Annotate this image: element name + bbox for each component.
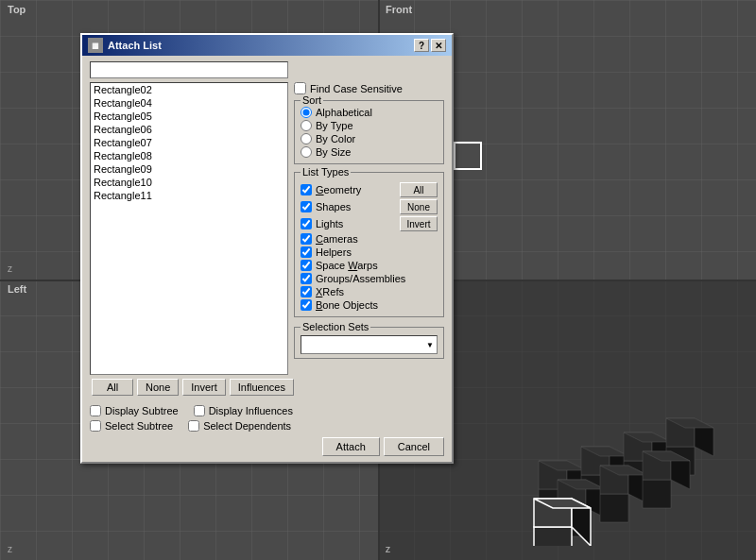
search-input[interactable] bbox=[90, 61, 288, 78]
type-xrefs-check[interactable] bbox=[301, 286, 312, 297]
list-item[interactable]: Rectangle05 bbox=[91, 110, 287, 123]
list-types-content: Geometry All Shapes None Lights Invert bbox=[301, 182, 438, 311]
type-spacewarps-check[interactable] bbox=[301, 260, 312, 271]
type-cameras-check[interactable] bbox=[301, 233, 312, 245]
display-influences-row: Display Influences bbox=[194, 405, 293, 416]
all-button[interactable]: All bbox=[92, 379, 133, 396]
sort-alpha-label: Alphabetical bbox=[316, 107, 372, 118]
footer-buttons: Attach Cancel bbox=[90, 435, 444, 458]
sort-by-size: By Size bbox=[301, 146, 438, 158]
select-dependents-row: Select Dependents bbox=[188, 420, 291, 432]
footer-checkboxes: Display Subtree Display Influences bbox=[90, 405, 444, 416]
type-shapes: Shapes None bbox=[301, 199, 438, 214]
display-subtree-label: Display Subtree bbox=[105, 405, 179, 416]
none-button[interactable]: None bbox=[137, 379, 179, 396]
invert-button[interactable]: Invert bbox=[182, 379, 226, 396]
viewport-bottom-left-label: Left bbox=[8, 283, 26, 295]
close-button[interactable]: ✕ bbox=[431, 39, 446, 52]
list-item[interactable]: Rectangle02 bbox=[91, 83, 287, 96]
list-item[interactable]: Rectangle04 bbox=[91, 96, 287, 110]
type-bone-check[interactable] bbox=[301, 299, 312, 311]
attach-button[interactable]: Attach bbox=[322, 437, 380, 456]
select-dependents-label: Select Dependents bbox=[203, 420, 291, 432]
type-cameras: Cameras bbox=[301, 233, 438, 245]
list-item[interactable]: Rectangle08 bbox=[91, 149, 287, 162]
type-lights-label: Lights bbox=[316, 218, 396, 229]
sort-by-type: By Type bbox=[301, 120, 438, 131]
sort-radio-alpha[interactable] bbox=[301, 107, 312, 118]
bottom-buttons: All None Invert Influences bbox=[90, 379, 444, 396]
list-item[interactable]: Rectangle07 bbox=[91, 136, 287, 149]
select-subtree-check[interactable] bbox=[90, 420, 101, 432]
type-xrefs-label: XRefs bbox=[316, 286, 438, 297]
list-types-label: List Types bbox=[301, 166, 351, 178]
selection-sets-group: Selection Sets ▼ bbox=[294, 327, 444, 359]
select-dependents-check[interactable] bbox=[188, 420, 199, 432]
sort-size-label: By Size bbox=[316, 146, 351, 158]
type-xrefs: XRefs bbox=[301, 286, 438, 297]
find-case-label: Find Case Sensitive bbox=[310, 83, 403, 94]
sort-group-label: Sort bbox=[301, 94, 323, 106]
type-shapes-check[interactable] bbox=[301, 201, 312, 212]
viewport-top-left-label: Top bbox=[8, 4, 26, 15]
display-subtree-check[interactable] bbox=[90, 405, 101, 416]
type-helpers: Helpers bbox=[301, 246, 438, 258]
dialog-title-left: ▦ Attach List bbox=[88, 38, 162, 53]
help-button[interactable]: ? bbox=[414, 39, 429, 52]
object-list[interactable]: Rectangle02 Rectangle04 Rectangle05 Rect… bbox=[90, 82, 288, 375]
influences-button[interactable]: Influences bbox=[230, 379, 294, 396]
type-none-btn[interactable]: None bbox=[400, 199, 438, 214]
display-influences-check[interactable] bbox=[194, 405, 205, 416]
viewport-top-right-label: Front bbox=[386, 4, 412, 15]
attach-list-dialog: ▦ Attach List ? ✕ Rectangle02 Rectangle0… bbox=[80, 33, 454, 464]
sort-color-label: By Color bbox=[316, 133, 355, 144]
svg-marker-20 bbox=[600, 494, 628, 522]
type-helpers-check[interactable] bbox=[301, 246, 312, 258]
type-all-btn[interactable]: All bbox=[400, 182, 438, 197]
type-groups-check[interactable] bbox=[301, 273, 312, 284]
find-case-checkbox[interactable] bbox=[294, 82, 306, 94]
type-bone-label: Bone Objects bbox=[316, 299, 438, 311]
type-space-warps: Space Warps bbox=[301, 260, 438, 271]
list-item[interactable]: Rectangle09 bbox=[91, 162, 287, 176]
sort-type-label: By Type bbox=[316, 120, 353, 131]
type-groups: Groups/Assemblies bbox=[301, 273, 438, 284]
select-subtree-row: Select Subtree bbox=[90, 420, 173, 432]
list-item[interactable]: Rectangle10 bbox=[91, 176, 287, 189]
type-spacewarps-label: Space Warps bbox=[316, 260, 438, 271]
type-geometry: Geometry All bbox=[301, 182, 438, 197]
3d-objects bbox=[529, 395, 747, 546]
axis-z-top: z bbox=[8, 263, 12, 274]
sort-options: Alphabetical By Type By Color By Si bbox=[301, 107, 438, 158]
sort-radio-type[interactable] bbox=[301, 120, 312, 131]
type-geometry-label: Geometry bbox=[316, 184, 396, 195]
sort-radio-color[interactable] bbox=[301, 133, 312, 144]
type-lights: Lights Invert bbox=[301, 216, 438, 231]
dialog-content: Rectangle02 Rectangle04 Rectangle05 Rect… bbox=[82, 56, 452, 401]
type-invert-btn[interactable]: Invert bbox=[400, 216, 438, 231]
sort-radio-size[interactable] bbox=[301, 146, 312, 158]
dropdown-arrow-icon: ▼ bbox=[426, 341, 434, 349]
selection-sets-dropdown[interactable]: ▼ bbox=[301, 335, 438, 354]
sort-alphabetical: Alphabetical bbox=[301, 107, 438, 118]
axis-z-bottom-right: z bbox=[386, 544, 390, 554]
type-lights-check[interactable] bbox=[301, 218, 312, 229]
list-types-group: List Types Geometry All Shapes None bbox=[294, 172, 444, 317]
dialog-footer: Display Subtree Display Influences Selec… bbox=[82, 401, 452, 462]
cancel-button[interactable]: Cancel bbox=[384, 437, 444, 456]
svg-marker-28 bbox=[534, 527, 572, 546]
search-box bbox=[90, 61, 444, 78]
selection-sets-label: Selection Sets bbox=[301, 321, 370, 332]
footer-checkboxes-2: Select Subtree Select Dependents bbox=[90, 420, 444, 432]
main-layout: Rectangle02 Rectangle04 Rectangle05 Rect… bbox=[90, 82, 444, 375]
type-shapes-label: Shapes bbox=[316, 201, 396, 212]
sort-group: Sort Alphabetical By Type By Color bbox=[294, 100, 444, 164]
list-item[interactable]: Rectangle06 bbox=[91, 123, 287, 136]
dialog-icon: ▦ bbox=[88, 38, 103, 53]
svg-marker-24 bbox=[643, 480, 671, 508]
find-case-row: Find Case Sensitive bbox=[294, 82, 444, 94]
type-geometry-check[interactable] bbox=[301, 184, 312, 195]
display-subtree-row: Display Subtree bbox=[90, 405, 179, 416]
dialog-titlebar[interactable]: ▦ Attach List ? ✕ bbox=[82, 35, 452, 56]
list-item[interactable]: Rectangle11 bbox=[91, 189, 287, 202]
